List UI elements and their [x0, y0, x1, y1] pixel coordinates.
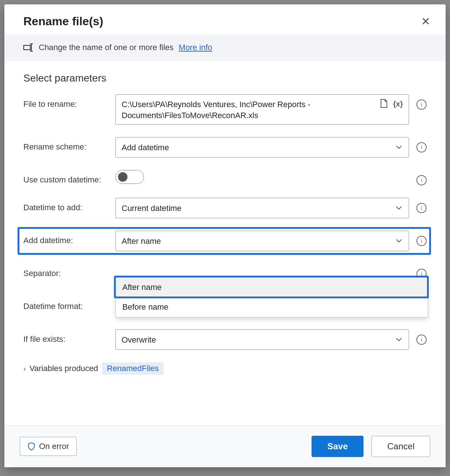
- rename-scheme-select[interactable]: Add datetime: [115, 137, 409, 158]
- label-add-datetime: Add datetime:: [23, 231, 115, 245]
- dropdown-option-after-name[interactable]: After name: [116, 277, 428, 297]
- info-icon[interactable]: i: [416, 142, 427, 152]
- chevron-down-icon: [395, 143, 403, 151]
- label-if-file-exists: If file exists:: [23, 329, 115, 344]
- datetime-to-add-select[interactable]: Current datetime: [115, 198, 409, 218]
- footer-right-buttons: Save Cancel: [312, 436, 430, 457]
- dialog-title: Rename file(s): [23, 15, 103, 28]
- dropdown-option-before-name[interactable]: Before name: [116, 297, 428, 317]
- row-datetime-to-add: Datetime to add: Current datetime i: [23, 198, 427, 218]
- label-file-to-rename: File to rename:: [23, 94, 115, 109]
- label-use-custom-datetime: Use custom datetime:: [23, 170, 115, 185]
- description-text: Change the name of one or more files: [39, 43, 173, 52]
- row-use-custom-datetime: Use custom datetime: i: [23, 170, 427, 185]
- section-title: Select parameters: [23, 72, 427, 84]
- variables-produced-row[interactable]: › Variables produced RenamedFiles: [23, 362, 427, 375]
- file-to-rename-input[interactable]: C:\Users\PA\Reynolds Ventures, Inc\Power…: [115, 94, 409, 125]
- toggle-knob: [118, 172, 127, 182]
- close-icon[interactable]: ✕: [421, 16, 430, 27]
- row-file-to-rename: File to rename: C:\Users\PA\Reynolds Ven…: [23, 94, 427, 125]
- on-error-button[interactable]: On error: [20, 437, 77, 456]
- chevron-right-icon: ›: [23, 364, 26, 373]
- row-add-datetime: Add datetime: After name i: [23, 231, 427, 251]
- variable-picker-icon[interactable]: {x}: [393, 100, 403, 108]
- info-icon[interactable]: i: [416, 236, 427, 246]
- variable-chip[interactable]: RenamedFiles: [102, 362, 164, 375]
- description-bar: Change the name of one or more files Mor…: [4, 35, 446, 61]
- chevron-down-icon: [395, 204, 403, 212]
- chevron-down-icon: [395, 336, 403, 344]
- rename-scheme-value: Add datetime: [122, 142, 392, 153]
- shield-icon: [27, 442, 35, 450]
- use-custom-datetime-toggle[interactable]: [115, 170, 144, 184]
- rename-files-dialog: Rename file(s) ✕ Change the name of one …: [4, 4, 446, 467]
- file-path-value: C:\Users\PA\Reynolds Ventures, Inc\Power…: [122, 99, 377, 121]
- more-info-link[interactable]: More info: [179, 43, 212, 52]
- label-datetime-to-add: Datetime to add:: [23, 198, 115, 212]
- svg-rect-0: [24, 45, 30, 50]
- info-icon[interactable]: i: [416, 175, 427, 185]
- row-rename-scheme: Rename scheme: Add datetime i: [23, 137, 427, 158]
- info-icon[interactable]: i: [416, 335, 427, 345]
- on-error-label: On error: [39, 442, 69, 451]
- info-icon[interactable]: i: [416, 203, 427, 213]
- if-file-exists-select[interactable]: Overwrite: [115, 329, 409, 350]
- datetime-to-add-value: Current datetime: [122, 203, 392, 214]
- add-datetime-dropdown: After name Before name: [115, 277, 428, 317]
- add-datetime-value: After name: [122, 236, 392, 247]
- rename-icon: [23, 44, 34, 52]
- label-separator: Separator:: [23, 264, 115, 278]
- variables-produced-label: Variables produced: [30, 364, 98, 373]
- file-picker-icon[interactable]: [380, 99, 388, 109]
- dialog-header: Rename file(s) ✕: [4, 4, 446, 35]
- label-datetime-format: Datetime format:: [23, 296, 115, 311]
- dialog-footer: On error Save Cancel: [4, 425, 446, 467]
- save-button[interactable]: Save: [312, 436, 363, 457]
- row-if-file-exists: If file exists: Overwrite i: [23, 329, 427, 350]
- label-rename-scheme: Rename scheme:: [23, 137, 115, 152]
- info-icon[interactable]: i: [416, 99, 427, 110]
- add-datetime-select[interactable]: After name: [115, 231, 409, 251]
- cancel-button[interactable]: Cancel: [371, 436, 430, 457]
- chevron-down-icon: [395, 237, 403, 245]
- parameters-section: Select parameters File to rename: C:\Use…: [4, 61, 446, 425]
- if-file-exists-value: Overwrite: [122, 335, 392, 345]
